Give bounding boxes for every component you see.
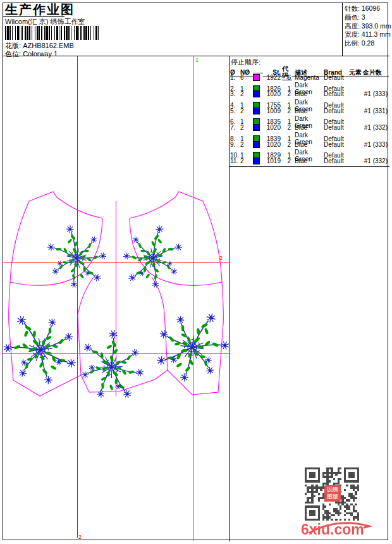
design-canvas: 1 1 2 2 bbox=[3, 56, 229, 541]
stat-colors: 颜色: 3 bbox=[345, 13, 389, 22]
watermark-site: 6xiu.com bbox=[301, 521, 364, 538]
guide-label-green-v: 1 bbox=[195, 57, 199, 63]
stat-height: 高度: 393.0 mm bbox=[345, 22, 389, 31]
color-swatch bbox=[253, 108, 260, 114]
guide-label-red-v: 2 bbox=[78, 534, 82, 540]
page-title: 生产作业图 bbox=[5, 3, 75, 16]
table-row: 9.210202BlueDefault#1 (333) bbox=[230, 140, 389, 149]
table-header-row: Ø NØ St. 代码 描述 Brand 元素 金片数 bbox=[230, 65, 389, 73]
qr-center-seal: 以绣 图版 bbox=[324, 485, 341, 502]
table-bottom-divider bbox=[229, 166, 389, 167]
table-row: 4.117551Dark GreenDefault bbox=[230, 99, 389, 107]
table-row: 8.118391Dark GreenDefault bbox=[230, 132, 389, 140]
table-row: 5.210092BlueDefault#1 (331) bbox=[230, 107, 389, 115]
color-swatch bbox=[253, 74, 260, 81]
table-row: 2.118261Dark GreenDefault bbox=[230, 82, 389, 90]
color-swatch bbox=[253, 90, 260, 97]
stat-width: 宽度: 411.3 mm bbox=[345, 30, 389, 39]
pattern-label: 花版: bbox=[5, 42, 21, 49]
table-row: 10.118291Dark GreenDefault bbox=[230, 149, 389, 157]
table-row: 7.210202BlueDefault#1 (332) bbox=[230, 123, 389, 132]
pattern-value: AZHB8162.EMB bbox=[23, 42, 74, 49]
col-sequins: 金片数 bbox=[363, 69, 389, 77]
company-name: Wilcom(汇 京) 绣饰工作室 bbox=[5, 18, 85, 25]
table-row: 6.118351Dark GreenDefault bbox=[230, 115, 389, 123]
seal-text-top: 以绣 bbox=[324, 486, 341, 493]
stop-sequence-table: Ø NØ St. 代码 描述 Brand 元素 金片数 1.619226Mage… bbox=[230, 65, 389, 165]
color-swatch bbox=[253, 124, 260, 131]
main-divider bbox=[229, 56, 230, 541]
production-worksheet: 生产作业图 Wilcom(汇 京) 绣饰工作室 花版: AZHB8162.EMB… bbox=[0, 0, 392, 544]
stat-stitches: 针数: 16096 bbox=[345, 4, 389, 13]
color-swatch bbox=[253, 158, 260, 164]
stat-scale: 比例: 0.28 bbox=[345, 39, 389, 48]
barcode bbox=[5, 26, 101, 40]
watermark: 6xiu.com bbox=[298, 520, 374, 539]
design-stats-panel: 针数: 16096 颜色: 3 高度: 393.0 mm 宽度: 411.3 m… bbox=[342, 3, 389, 56]
title-underline bbox=[3, 16, 64, 17]
seal-text-bottom: 图版 bbox=[324, 493, 341, 500]
color-swatch bbox=[253, 141, 260, 148]
table-row: 11.210192BlueDefault#1 (332) bbox=[230, 157, 389, 165]
col-element: 元素 bbox=[349, 69, 363, 77]
table-row: 3.210202BlueDefault#1 (333) bbox=[230, 90, 389, 98]
